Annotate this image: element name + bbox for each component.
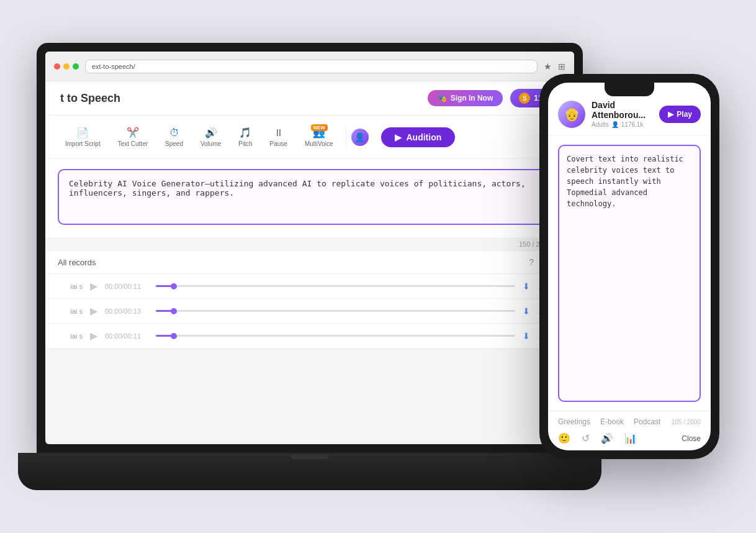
laptop: ext-to-speech/ ★ ⊞ t to Speech 🎭 Sign In… <box>37 43 583 490</box>
record-label: iai s <box>58 332 83 340</box>
phone-char-count: 105 / 2000 <box>672 419 701 426</box>
pause-icon: ⏸ <box>274 127 284 139</box>
toolbar-label-text-cutter: Text Cutter <box>118 140 148 147</box>
url-text: ext-to-speech/ <box>92 63 135 70</box>
phone-bottom: Greetings E-book Podcast 105 / 2000 🙂 ↺ … <box>548 411 711 450</box>
scene: ext-to-speech/ ★ ⊞ t to Speech 🎭 Sign In… <box>37 24 719 509</box>
sign-in-icon: 🎭 <box>438 94 447 102</box>
table-row: iai s ▶ 00:00/00:11 ⬇ ↗ ••• <box>45 324 574 348</box>
browser-bar: ext-to-speech/ ★ ⊞ <box>45 52 574 81</box>
maximize-dot[interactable] <box>73 63 79 70</box>
tab-greetings[interactable]: Greetings <box>558 417 590 426</box>
record-dot <box>171 333 177 339</box>
record-dot <box>171 283 177 289</box>
records-header: All records ? ☰ ✕ <box>45 251 574 274</box>
laptop-body: ext-to-speech/ ★ ⊞ t to Speech 🎭 Sign In… <box>37 43 583 453</box>
phone-control-icons: 🙂 ↺ 🔊 📊 <box>558 432 637 444</box>
toolbar-label-pause: Pause <box>270 140 287 147</box>
chart-icon[interactable]: 📊 <box>624 432 637 444</box>
text-cutter-icon: ✂️ <box>127 127 139 139</box>
records-section: All records ? ☰ ✕ iai s ▶ 00:00/00:11 <box>45 250 574 348</box>
char-count: 150 / 2000 ↺ <box>45 237 574 250</box>
toolbar-item-speed[interactable]: ⏱ Speed <box>158 124 191 151</box>
play-label: Play <box>677 110 692 119</box>
table-row: iai s ▶ 00:00/00:13 ⬇ ↗ ••• <box>45 299 574 324</box>
record-bar[interactable] <box>156 285 515 287</box>
speed-icon: ⏱ <box>169 127 179 139</box>
audition-label: Audition <box>407 132 442 142</box>
pitch-icon: 🎵 <box>239 127 251 139</box>
tab-icon[interactable]: ⊞ <box>558 62 565 71</box>
toolbar-divider <box>346 126 346 148</box>
toolbar-item-volume[interactable]: 🔊 Volume <box>193 123 228 151</box>
phone-controls: 🙂 ↺ 🔊 📊 Close <box>558 432 701 444</box>
followers-count: 1176.1k <box>621 121 644 128</box>
toolbar-label-multivoice: MultiVoice <box>305 140 333 147</box>
play-icon[interactable]: ▶ <box>90 280 97 292</box>
avatar-toolbar[interactable]: 👤 <box>351 129 369 146</box>
toolbar-item-pitch[interactable]: 🎵 Pitch <box>231 123 259 151</box>
download-icon[interactable]: ⬇ <box>523 331 530 341</box>
browser-url-bar[interactable]: ext-to-speech/ <box>85 60 538 73</box>
credits-icon: S <box>519 93 530 104</box>
record-label: iai s <box>58 308 83 315</box>
toolbar-item-text-cutter[interactable]: ✂️ Text Cutter <box>110 123 155 151</box>
record-time: 00:00/00:13 <box>105 308 148 315</box>
voice-category: Adults <box>592 121 609 128</box>
phone-text-area <box>548 136 711 411</box>
record-dot <box>171 308 177 314</box>
bookmark-icon[interactable]: ★ <box>544 62 552 71</box>
tab-podcast[interactable]: Podcast <box>634 417 660 426</box>
sign-in-button[interactable]: 🎭 Sign In Now <box>428 90 503 106</box>
record-bar[interactable] <box>156 335 515 337</box>
toolbar-item-pause[interactable]: ⏸ Pause <box>263 124 295 151</box>
record-bar[interactable] <box>156 310 515 312</box>
text-area-container <box>45 159 574 237</box>
browser-icons: ★ ⊞ <box>544 62 565 71</box>
minimize-dot[interactable] <box>63 63 70 70</box>
toolbar-label-volume: Volume <box>200 140 221 147</box>
toolbar-label-pitch: Pitch <box>238 140 252 147</box>
toolbar-item-import-script[interactable]: 📄 Import Script <box>58 123 108 151</box>
phone: 👴 David Attenborou... Adults 👤 1176.1k ▶… <box>539 74 719 459</box>
volume-control-icon[interactable]: 🔊 <box>601 432 613 444</box>
record-label: iai s <box>58 283 83 290</box>
history-icon[interactable]: ↺ <box>582 432 590 444</box>
play-icon[interactable]: ▶ <box>90 305 97 317</box>
voice-name: David Attenborou... <box>592 100 659 120</box>
download-icon[interactable]: ⬇ <box>523 306 530 316</box>
play-icon[interactable]: ▶ <box>90 330 97 342</box>
toolbar: 📄 Import Script ✂️ Text Cutter ⏱ Speed 🔊… <box>45 116 574 159</box>
toolbar-item-multivoice[interactable]: 👥 NEW MultiVoice <box>297 123 341 151</box>
help-icon[interactable]: ? <box>529 257 534 267</box>
emoji-icon[interactable]: 🙂 <box>558 432 570 444</box>
table-row: iai s ▶ 00:00/00:11 ⬇ ↗ ••• <box>45 274 574 299</box>
play-triangle-icon: ▶ <box>395 132 402 142</box>
toolbar-label-speed: Speed <box>165 140 183 147</box>
volume-icon: 🔊 <box>205 127 217 139</box>
phone-play-button[interactable]: ▶ Play <box>659 106 701 123</box>
phone-notch <box>605 83 654 96</box>
voice-info: David Attenborou... Adults 👤 1176.1k <box>592 100 659 128</box>
sign-in-label: Sign In Now <box>451 94 493 102</box>
laptop-screen: ext-to-speech/ ★ ⊞ t to Speech 🎭 Sign In… <box>45 52 574 444</box>
phone-textarea[interactable] <box>558 145 701 402</box>
record-time: 00:00/00:11 <box>105 332 148 340</box>
close-dot[interactable] <box>54 63 60 70</box>
laptop-base <box>18 453 601 490</box>
download-icon[interactable]: ⬇ <box>523 281 530 291</box>
records-title: All records <box>58 258 96 267</box>
import-script-icon: 📄 <box>76 127 89 139</box>
record-time: 00:00/00:11 <box>105 283 148 290</box>
audition-button[interactable]: ▶ Audition <box>381 127 456 147</box>
close-button[interactable]: Close <box>682 434 701 443</box>
voice-meta: Adults 👤 1176.1k <box>592 121 659 128</box>
avatar: 👴 <box>558 101 585 128</box>
tab-ebook[interactable]: E-book <box>600 417 624 426</box>
main-textarea[interactable] <box>58 169 562 225</box>
laptop-notch <box>291 454 328 459</box>
play-icon: ▶ <box>668 110 673 119</box>
toolbar-label-import-script: Import Script <box>65 140 101 147</box>
app-title: t to Speech <box>60 92 120 105</box>
phone-screen: 👴 David Attenborou... Adults 👤 1176.1k ▶… <box>548 83 711 450</box>
